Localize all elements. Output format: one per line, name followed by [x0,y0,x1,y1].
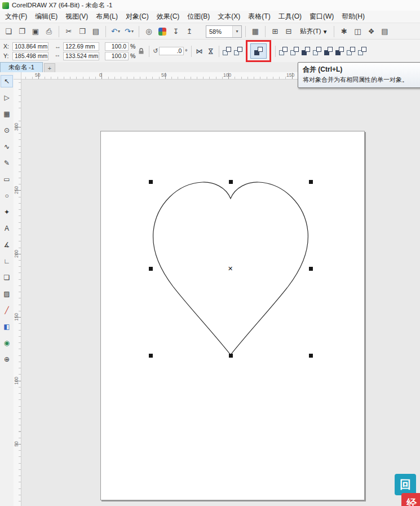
y-position-field[interactable]: 185.498 mm [12,52,48,60]
selection-handle-bottom-right[interactable] [309,354,313,358]
menu-text[interactable]: 文本(X) [214,11,244,23]
welcome-screen-button[interactable] [156,25,169,38]
dimension-tool[interactable]: ∡ [1,239,12,250]
drop-shadow-tool[interactable]: ❏ [1,272,12,283]
selection-handle-middle-right[interactable] [309,267,313,271]
show-guidelines-button[interactable]: ⊟ [282,25,295,38]
create-boundary-button[interactable] [346,46,357,57]
trim-button[interactable] [289,46,300,57]
plus-icon: ⊕ [4,355,10,363]
menu-layout[interactable]: 布局(L) [92,11,122,23]
polygon-tool[interactable]: ✦ [1,206,12,218]
object-width-field[interactable]: 122.69 mm [63,42,99,51]
pick-tool[interactable]: ↖ [1,76,12,87]
zoom-level-select[interactable]: 58% ▾ [206,25,242,38]
artistic-media-tool[interactable]: ✎ [1,157,12,169]
menu-file[interactable]: 文件(F) [1,11,31,23]
selection-handle-bottom-left[interactable] [149,354,153,358]
ruler-origin-corner[interactable] [14,72,21,80]
toolbar-separator [245,26,246,37]
ungroup-objects-button[interactable] [233,46,244,57]
open-button[interactable]: ❐ [16,25,28,38]
import-button[interactable]: ↧ [170,25,182,38]
menu-edit[interactable]: 编辑(E) [31,11,61,23]
zoom-tool[interactable]: ⊙ [1,125,12,136]
object-height-field[interactable]: 133.524 mm [63,52,99,60]
document-tab-active[interactable]: 未命名 -1 [0,62,43,72]
add-tool-button[interactable]: ⊕ [1,354,12,365]
intersect-button[interactable] [300,46,312,57]
copy-button[interactable]: ❒ [76,25,89,38]
new-document-tab-button[interactable]: + [44,63,55,72]
v-ruler-label: 50 [14,440,19,448]
group-objects-button[interactable] [222,46,233,57]
x-position-field[interactable]: 103.864 mm [12,42,48,51]
selection-handle-top-left[interactable] [149,180,153,184]
simplify-button[interactable] [312,46,323,57]
save-button[interactable]: ▣ [29,25,42,38]
scale-y-field[interactable]: 100.0 [105,52,129,60]
object-center-marker[interactable]: ✕ [228,265,233,272]
scale-x-field[interactable]: 100.0 [105,42,129,51]
snap-to-dropdown[interactable]: 贴齐(T) ▾ [296,26,330,37]
vertical-ruler[interactable]: 300 250 200 150 100 50 [14,80,21,506]
mirror-vertical-button[interactable]: ⋈ [205,46,216,57]
menu-help[interactable]: 帮助(H) [338,11,369,23]
undo-button[interactable]: ↶▾ [109,25,122,38]
crop-tool[interactable]: ▦ [1,108,12,120]
print-button[interactable]: ⎙ [43,25,55,38]
menu-table[interactable]: 表格(T) [244,11,274,23]
text-tool[interactable]: A [1,223,12,234]
selection-handle-middle-left[interactable] [149,267,153,271]
polygon-tool-icon: ✦ [4,208,10,216]
new-document-button[interactable]: ❏ [2,25,15,38]
combine-button[interactable] [250,43,267,59]
menu-bitmaps[interactable]: 位图(B) [183,11,214,23]
export-button[interactable]: ↥ [183,25,196,38]
transparency-tool[interactable]: ▨ [1,288,12,300]
mirror-horizontal-button[interactable]: ⋈ [194,46,205,57]
lock-ratio-button[interactable] [135,46,147,57]
application-launcher-button[interactable]: ◫ [351,25,364,38]
paste-button[interactable]: ▤ [90,25,102,38]
shape-tool[interactable]: ▷ [1,92,12,103]
front-minus-back-button[interactable] [323,46,334,57]
freehand-tool[interactable]: ∿ [1,141,12,152]
interactive-fill-tool[interactable]: ◧ [1,321,12,332]
weld-button[interactable] [278,46,289,57]
rotation-angle-field[interactable]: .0 [159,47,184,55]
menu-view[interactable]: 视图(V) [61,11,92,23]
selection-handle-top-right[interactable] [309,180,313,184]
menu-tools[interactable]: 工具(O) [275,11,306,23]
align-distribute-button[interactable] [357,46,368,57]
shape-tool-icon: ▷ [4,94,9,102]
smart-fill-tool[interactable]: ◉ [1,337,12,349]
position-group: X:103.864 mm Y:185.498 mm [3,42,48,60]
menu-object[interactable]: 对象(C) [122,11,153,23]
show-grid-button[interactable]: ⊞ [269,25,281,38]
chevron-down-icon[interactable]: ▾ [232,26,241,37]
selection-handle-bottom-center[interactable] [229,354,233,358]
drawing-canvas[interactable]: ✕ 回 经 [21,80,420,506]
rectangle-tool[interactable]: ▭ [1,174,12,185]
menu-effects[interactable]: 效果(C) [153,11,184,23]
menu-window[interactable]: 窗口(W) [306,11,338,23]
back-minus-front-button[interactable] [334,46,346,57]
display-mode-button[interactable]: ▦ [249,25,262,38]
standard-toolbar: ❏ ❐ ▣ ⎙ ✂ ❒ ▤ ↶▾ ↷▾ ◎ ↧ ↥ 58% ▾ ▦ ⊞ ⊟ 贴齐… [0,23,420,39]
copy-icon: ❒ [79,27,86,36]
connector-tool[interactable]: ∟ [1,256,12,267]
toolbar-separator [265,26,266,37]
dockers-button[interactable]: ▤ [378,25,391,38]
object-height-icon: ↕ [55,52,61,60]
ellipse-tool[interactable]: ○ [1,190,12,201]
eyedropper-tool[interactable]: ╱ [1,305,12,316]
selection-handle-top-center[interactable] [229,180,233,184]
corel-connect-button[interactable]: ❖ [365,25,377,38]
object-width-icon: ↔ [54,43,61,50]
options-button[interactable]: ✱ [338,25,350,38]
cut-button[interactable]: ✂ [63,25,75,38]
redo-button[interactable]: ↷▾ [123,25,135,38]
search-content-button[interactable]: ◎ [143,25,155,38]
grid-icon: ⊞ [272,27,278,36]
